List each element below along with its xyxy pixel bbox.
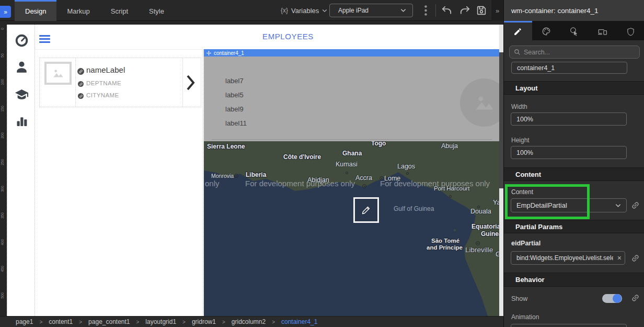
project-panel-expand-icon[interactable]: » [0, 6, 11, 18]
ruler-mark: 250 [1, 157, 6, 167]
detail-label[interactable]: label5 [225, 91, 244, 99]
bind-icon [78, 93, 84, 99]
detail-label[interactable]: label9 [225, 105, 244, 113]
content-partial-select[interactable]: EmpDetailPartial [511, 198, 627, 212]
top-toolbar: » Design Markup Script Style {x} Variabl… [0, 0, 503, 21]
breadcrumb-layoutgrid1[interactable]: layoutgrid1 [145, 318, 176, 325]
breadcrumb-page-content1[interactable]: page_content1 [88, 318, 130, 325]
breadcrumb-separator: > [222, 319, 225, 325]
panel-expand-icon[interactable]: » [491, 0, 503, 21]
animation-field[interactable] [511, 324, 627, 327]
tab-script[interactable]: Script [100, 0, 139, 21]
device-selector-value: Apple iPad [338, 7, 400, 14]
hamburger-menu-icon[interactable] [39, 35, 50, 43]
map-watermark: only [205, 179, 220, 188]
eidpartial-field[interactable]: × [511, 251, 625, 265]
card-cell-separator [75, 58, 76, 107]
bind-link-icon[interactable] [631, 201, 640, 210]
tab-events[interactable] [560, 21, 589, 40]
eidpartial-input[interactable] [516, 254, 613, 262]
employee-dept-label[interactable]: DEPTNAME [86, 80, 121, 86]
card-cell-separator [182, 58, 183, 107]
map-edit-button[interactable] [353, 197, 379, 223]
map-label: Côte d'Ivoire [283, 153, 321, 161]
capital-marker [380, 176, 384, 181]
map-label: Douala [470, 208, 491, 215]
pencil-icon [361, 205, 372, 216]
bind-link-icon[interactable] [631, 254, 640, 263]
variables-icon: {x} [281, 7, 288, 14]
panel-title: wm-container: container4_1 [504, 0, 644, 21]
employee-city-label[interactable]: CITYNAME [86, 92, 119, 98]
map-label: Lagos [397, 163, 415, 170]
breadcrumb-gridrow1[interactable]: gridrow1 [192, 318, 216, 325]
divider [212, 139, 492, 140]
width-input[interactable] [516, 116, 621, 123]
user-nav-icon[interactable] [15, 60, 29, 74]
content-field-label: Content [511, 188, 533, 196]
map-label: Guinea [481, 230, 499, 238]
detail-label[interactable]: label7 [225, 77, 244, 85]
variables-menu[interactable]: {x} Variables [281, 0, 327, 21]
selection-bar-container4_1[interactable]: container4_1 [204, 49, 499, 57]
eidpartial-label: eidPartial [511, 240, 540, 247]
widget-name-input[interactable] [517, 64, 622, 72]
bind-link-icon[interactable] [631, 294, 640, 302]
chart-nav-icon[interactable] [15, 114, 29, 128]
device-selector[interactable]: Apple iPad [329, 4, 413, 17]
breadcrumb-separator: > [136, 319, 140, 325]
app-left-nav [7, 25, 35, 316]
ruler-mark: 500 [1, 291, 6, 300]
save-icon[interactable] [475, 4, 488, 17]
ruler-mark: 150 [1, 104, 6, 114]
capital-marker [362, 184, 366, 188]
tab-devices[interactable] [588, 21, 616, 40]
breadcrumb-content1[interactable]: content1 [49, 318, 73, 325]
employee-name-label[interactable]: nameLabel [86, 65, 125, 74]
detail-label[interactable]: label11 [225, 119, 247, 127]
tab-markup[interactable]: Markup [56, 0, 100, 21]
search-input[interactable] [524, 49, 635, 56]
map-label: Togo [371, 141, 386, 147]
width-field[interactable] [511, 112, 627, 126]
map-island [454, 229, 456, 231]
map-watermark: For development purposes only [245, 179, 355, 188]
map-widget[interactable]: Sierra Leone Côte d'Ivoire Ghana Kumasi … [204, 141, 499, 316]
dashboard-nav-icon[interactable] [15, 33, 29, 48]
tab-styles[interactable] [532, 21, 560, 40]
clear-icon[interactable]: × [617, 253, 622, 263]
map-label: Libreville [465, 246, 493, 254]
kebab-menu-icon[interactable] [419, 4, 432, 17]
section-behavior: Behavior [504, 273, 644, 287]
education-nav-icon[interactable] [15, 87, 29, 102]
breadcrumb-separator: > [182, 319, 186, 325]
content-partial-value: EmpDetailPartial [516, 201, 567, 209]
tab-design[interactable]: Design [15, 0, 56, 21]
canvas-scrollbar-thumb[interactable] [499, 52, 503, 188]
map-label: and Príncipe [427, 244, 463, 251]
tab-security[interactable] [616, 21, 644, 40]
city-marker [477, 206, 480, 208]
height-field[interactable] [511, 146, 627, 159]
property-search[interactable] [509, 46, 640, 59]
employee-picture-placeholder[interactable] [44, 62, 72, 85]
employee-list-item[interactable]: nameLabel DEPTNAME CITYNAME [39, 58, 201, 107]
city-marker [406, 172, 409, 175]
map-label: São Tomé [431, 238, 459, 244]
devices-icon [597, 27, 607, 37]
height-input[interactable] [516, 149, 621, 156]
tab-properties[interactable] [504, 21, 532, 40]
redo-icon[interactable] [458, 4, 472, 17]
search-icon [514, 49, 521, 55]
widget-name-field[interactable] [511, 62, 627, 74]
breadcrumb-gridcolumn2[interactable]: gridcolumn2 [232, 318, 266, 325]
capital-marker [234, 174, 238, 178]
toolbar-divider [435, 4, 436, 17]
breadcrumb-container4_1[interactable]: container4_1 [281, 318, 317, 325]
undo-icon[interactable] [440, 4, 453, 17]
partial-detail-container[interactable]: label7 label5 label9 label11 [204, 57, 499, 141]
section-layout: Layout [504, 81, 644, 95]
show-toggle[interactable] [602, 294, 622, 303]
tab-style[interactable]: Style [139, 0, 175, 21]
breadcrumb-page1[interactable]: page1 [16, 318, 33, 325]
